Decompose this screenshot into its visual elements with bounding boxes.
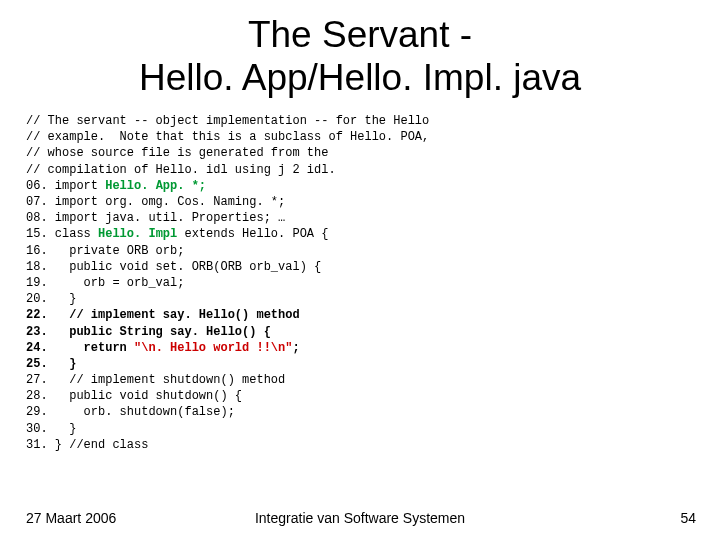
- slide: The Servant - Hello. App/Hello. Impl. ja…: [0, 0, 720, 540]
- code-string-literal: "\n. Hello world !!\n": [134, 341, 292, 355]
- code-line: // whose source file is generated from t…: [26, 146, 328, 160]
- code-line: 25. }: [26, 357, 76, 371]
- title-line-1: The Servant -: [248, 14, 472, 55]
- code-block: // The servant -- object implementation …: [0, 99, 720, 453]
- code-line: 18. public void set. ORB(ORB orb_val) {: [26, 260, 321, 274]
- footer-title: Integratie van Software Systemen: [0, 510, 720, 526]
- code-line: 29. orb. shutdown(false);: [26, 405, 235, 419]
- slide-title: The Servant - Hello. App/Hello. Impl. ja…: [0, 0, 720, 99]
- code-line: // compilation of Hello. idl using j 2 i…: [26, 163, 336, 177]
- code-line: 30. }: [26, 422, 76, 436]
- page-number: 54: [680, 510, 696, 526]
- code-import-helloapp: Hello. App. *;: [105, 179, 206, 193]
- code-line: 15. class: [26, 227, 98, 241]
- code-line: 19. orb = orb_val;: [26, 276, 184, 290]
- code-line: 23. public String say. Hello() {: [26, 325, 271, 339]
- title-line-2: Hello. App/Hello. Impl. java: [139, 57, 581, 98]
- code-line: 07. import org. omg. Cos. Naming. *;: [26, 195, 285, 209]
- code-line: 27. // implement shutdown() method: [26, 373, 285, 387]
- code-line: // The servant -- object implementation …: [26, 114, 429, 128]
- code-line: extends Hello. POA {: [184, 227, 328, 241]
- code-line: // example. Note that this is a subclass…: [26, 130, 429, 144]
- code-line: 16. private ORB orb;: [26, 244, 184, 258]
- code-line: 20. }: [26, 292, 76, 306]
- code-line: 28. public void shutdown() {: [26, 389, 242, 403]
- code-line: 08. import java. util. Properties; …: [26, 211, 285, 225]
- code-line: 22. // implement say. Hello() method: [26, 308, 300, 322]
- code-line: 06. import: [26, 179, 105, 193]
- code-line: 31. } //end class: [26, 438, 148, 452]
- code-line: 24. return "\n. Hello world !!\n";: [26, 341, 300, 355]
- code-class-name: Hello. Impl: [98, 227, 184, 241]
